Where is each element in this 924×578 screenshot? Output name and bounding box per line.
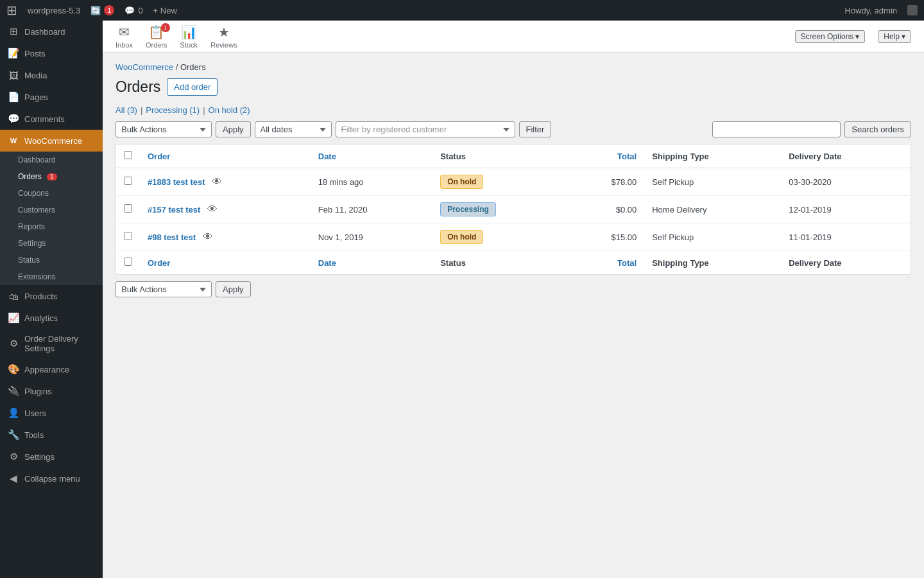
screen-options-button[interactable]: Screen Options ▾ (795, 30, 866, 43)
row-checkbox[interactable] (124, 177, 132, 185)
screen-options-chevron-icon: ▾ (855, 32, 859, 41)
breadcrumb-current: Orders (180, 62, 206, 72)
inbox-icon: ✉ (119, 24, 130, 40)
search-orders-input[interactable] (712, 121, 841, 137)
help-label: Help (884, 32, 900, 41)
select-all-footer-checkbox[interactable] (124, 258, 132, 266)
preview-icon[interactable]: 👁 (212, 176, 222, 187)
sidebar-item-plugins[interactable]: 🔌 Plugins (0, 380, 103, 402)
reviews-icon: ★ (218, 24, 230, 40)
submenu-item-coupons[interactable]: Coupons (0, 185, 103, 202)
filter-tab-processing[interactable]: Processing (1) (146, 105, 200, 115)
filter-button[interactable]: Filter (519, 121, 552, 137)
breadcrumb-parent-link[interactable]: WooCommerce (116, 62, 173, 72)
row-checkbox[interactable] (124, 204, 132, 213)
apply-button-bottom[interactable]: Apply (216, 281, 251, 297)
filter-tab-all[interactable]: All (3) (116, 105, 137, 115)
stock-icon-item[interactable]: 📊 Stock (180, 24, 198, 49)
order-total-cell: $78.00 (567, 168, 645, 196)
total-footer-header: Total (567, 251, 645, 275)
sidebar-item-appearance[interactable]: 🎨 Appearance (0, 358, 103, 380)
total-sort-link[interactable]: Total (617, 152, 637, 161)
sidebar: ⊞ Dashboard 📝 Posts 🖼 Media 📄 Pages 💬 Co… (0, 21, 103, 578)
reviews-label: Reviews (210, 41, 237, 49)
apply-button-top[interactable]: Apply (216, 121, 251, 137)
sidebar-item-woocommerce[interactable]: W WooCommerce (0, 130, 103, 152)
sidebar-item-products[interactable]: 🛍 Products (0, 285, 103, 307)
sidebar-item-pages[interactable]: 📄 Pages (0, 86, 103, 108)
howdy-text: Howdy, admin (845, 6, 897, 15)
sidebar-item-label: Plugins (24, 387, 52, 396)
sidebar-item-label: Media (24, 71, 47, 80)
add-order-button[interactable]: Add order (167, 78, 218, 96)
order-date-cell: Nov 1, 2019 (311, 223, 432, 251)
bulk-actions-select-bottom[interactable]: Bulk Actions (116, 281, 212, 297)
sidebar-item-label: Order Delivery Settings (24, 334, 95, 353)
preview-icon[interactable]: 👁 (203, 231, 213, 242)
submenu-item-settings[interactable]: Settings (0, 235, 103, 252)
sidebar-item-label: Products (24, 292, 57, 301)
sidebar-item-order-delivery[interactable]: ⚙ Order Delivery Settings (0, 329, 103, 358)
submenu-item-orders[interactable]: Orders 1 (0, 168, 103, 185)
total-footer-sort-link[interactable]: Total (617, 258, 637, 268)
order-delivery-cell: 12-01-2019 (781, 196, 911, 223)
submenu-item-customers[interactable]: Customers (0, 202, 103, 218)
tab-separator-1: | (141, 105, 142, 115)
search-orders-button[interactable]: Search orders (844, 121, 911, 137)
help-chevron-icon: ▾ (902, 32, 905, 41)
inbox-label: Inbox (116, 41, 133, 49)
sidebar-item-tools[interactable]: 🔧 Tools (0, 424, 103, 446)
sidebar-item-users[interactable]: 👤 Users (0, 402, 103, 424)
order-id-link[interactable]: #1883 test test (148, 177, 205, 187)
updates-item[interactable]: 🔄 1 (90, 5, 114, 15)
comments-count: 0 (138, 6, 142, 15)
submenu-item-reports[interactable]: Reports (0, 218, 103, 235)
submenu-label: Settings (18, 239, 46, 248)
select-all-checkbox[interactable] (124, 151, 132, 159)
order-shipping-cell: Self Pickup (644, 168, 781, 196)
updates-icon: 🔄 (90, 6, 101, 15)
comments-item[interactable]: 💬 0 (124, 6, 142, 15)
stock-label: Stock (180, 41, 198, 49)
submenu-item-status[interactable]: Status (0, 252, 103, 268)
sidebar-item-posts[interactable]: 📝 Posts (0, 42, 103, 64)
new-item[interactable]: + New (153, 6, 177, 15)
table-row: #98 test test 👁 Nov 1, 2019 On hold $15.… (116, 223, 911, 251)
row-checkbox[interactable] (124, 232, 132, 240)
submenu-item-woo-dashboard[interactable]: Dashboard (0, 152, 103, 168)
sidebar-item-analytics[interactable]: 📈 Analytics (0, 307, 103, 329)
sidebar-item-media[interactable]: 🖼 Media (0, 64, 103, 86)
inbox-icon-item[interactable]: ✉ Inbox (116, 24, 133, 49)
sidebar-item-collapse[interactable]: ◀ Collapse menu (0, 468, 103, 489)
date-column-header: Date (311, 144, 432, 168)
site-name[interactable]: wordpress-5.3 (28, 6, 80, 15)
order-footer-sort-link[interactable]: Order (148, 258, 170, 268)
date-filter-select[interactable]: All dates (255, 121, 332, 137)
shipping-footer-header: Shipping Type (644, 251, 781, 275)
avatar (907, 5, 918, 15)
filter-tab-on-hold[interactable]: On hold (2) (209, 105, 250, 115)
help-button[interactable]: Help ▾ (878, 30, 911, 43)
orders-icon-item[interactable]: 📋 1 Orders (146, 24, 167, 49)
date-footer-sort-link[interactable]: Date (318, 258, 336, 268)
order-status-cell: On hold (432, 223, 567, 251)
order-id-link[interactable]: #157 test test (148, 205, 200, 215)
submenu-label: Orders (18, 172, 42, 181)
sidebar-item-dashboard[interactable]: ⊞ Dashboard (0, 21, 103, 42)
order-id-link[interactable]: #98 test test (148, 232, 196, 242)
customer-filter-select[interactable]: Filter by registered customer (336, 121, 515, 137)
bulk-actions-select[interactable]: Bulk Actions (116, 121, 212, 137)
sidebar-item-settings[interactable]: ⚙ Settings (0, 446, 103, 468)
search-wrap: Search orders (712, 121, 911, 137)
submenu-item-extensions[interactable]: Extensions (0, 268, 103, 285)
preview-icon[interactable]: 👁 (207, 204, 218, 215)
date-sort-link[interactable]: Date (318, 152, 336, 161)
sidebar-item-comments[interactable]: 💬 Comments (0, 108, 103, 130)
order-total-cell: $0.00 (567, 196, 645, 223)
reviews-icon-item[interactable]: ★ Reviews (210, 24, 237, 49)
sidebar-item-label: Appearance (24, 365, 69, 374)
page-title: Orders (116, 78, 160, 96)
collapse-icon: ◀ (8, 473, 19, 484)
pages-icon: 📄 (8, 91, 19, 103)
order-sort-link[interactable]: Order (148, 152, 170, 161)
